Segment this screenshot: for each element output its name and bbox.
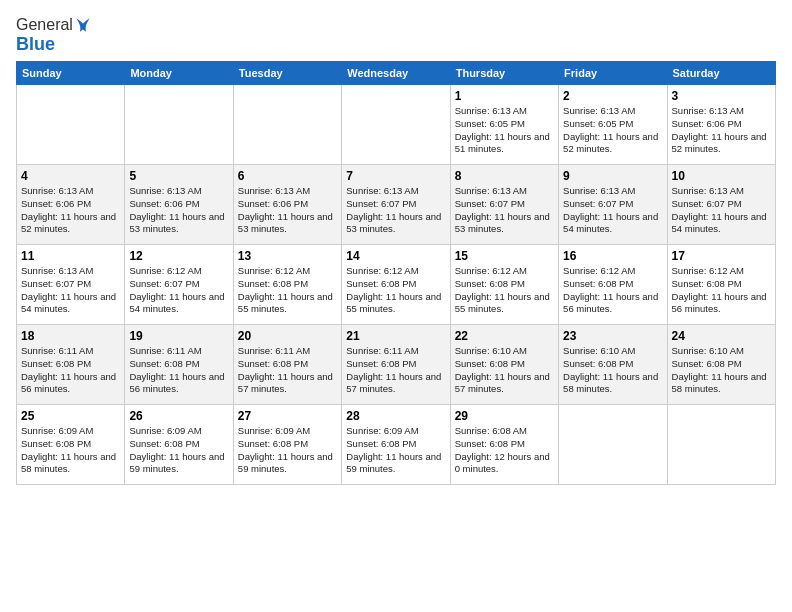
calendar-cell: 3Sunrise: 6:13 AM Sunset: 6:06 PM Daylig… xyxy=(667,85,775,165)
day-info: Sunrise: 6:13 AM Sunset: 6:06 PM Dayligh… xyxy=(238,185,337,236)
logo: General Blue xyxy=(16,16,92,55)
calendar-cell xyxy=(233,85,341,165)
calendar-cell: 18Sunrise: 6:11 AM Sunset: 6:08 PM Dayli… xyxy=(17,325,125,405)
calendar-cell: 22Sunrise: 6:10 AM Sunset: 6:08 PM Dayli… xyxy=(450,325,558,405)
day-info: Sunrise: 6:11 AM Sunset: 6:08 PM Dayligh… xyxy=(21,345,120,396)
calendar-cell xyxy=(125,85,233,165)
calendar-cell: 29Sunrise: 6:08 AM Sunset: 6:08 PM Dayli… xyxy=(450,405,558,485)
day-info: Sunrise: 6:09 AM Sunset: 6:08 PM Dayligh… xyxy=(21,425,120,476)
day-number: 8 xyxy=(455,169,554,183)
day-number: 16 xyxy=(563,249,662,263)
calendar-header-sunday: Sunday xyxy=(17,62,125,85)
calendar-cell: 13Sunrise: 6:12 AM Sunset: 6:08 PM Dayli… xyxy=(233,245,341,325)
calendar-cell: 5Sunrise: 6:13 AM Sunset: 6:06 PM Daylig… xyxy=(125,165,233,245)
day-number: 26 xyxy=(129,409,228,423)
day-info: Sunrise: 6:12 AM Sunset: 6:07 PM Dayligh… xyxy=(129,265,228,316)
calendar-table: SundayMondayTuesdayWednesdayThursdayFrid… xyxy=(16,61,776,485)
day-number: 12 xyxy=(129,249,228,263)
day-number: 20 xyxy=(238,329,337,343)
day-number: 1 xyxy=(455,89,554,103)
calendar-cell: 8Sunrise: 6:13 AM Sunset: 6:07 PM Daylig… xyxy=(450,165,558,245)
calendar-cell: 11Sunrise: 6:13 AM Sunset: 6:07 PM Dayli… xyxy=(17,245,125,325)
calendar-week-row: 18Sunrise: 6:11 AM Sunset: 6:08 PM Dayli… xyxy=(17,325,776,405)
day-info: Sunrise: 6:13 AM Sunset: 6:06 PM Dayligh… xyxy=(672,105,771,156)
day-number: 4 xyxy=(21,169,120,183)
day-info: Sunrise: 6:11 AM Sunset: 6:08 PM Dayligh… xyxy=(129,345,228,396)
day-info: Sunrise: 6:12 AM Sunset: 6:08 PM Dayligh… xyxy=(455,265,554,316)
day-info: Sunrise: 6:09 AM Sunset: 6:08 PM Dayligh… xyxy=(129,425,228,476)
calendar-cell: 1Sunrise: 6:13 AM Sunset: 6:05 PM Daylig… xyxy=(450,85,558,165)
day-info: Sunrise: 6:12 AM Sunset: 6:08 PM Dayligh… xyxy=(238,265,337,316)
calendar-cell: 15Sunrise: 6:12 AM Sunset: 6:08 PM Dayli… xyxy=(450,245,558,325)
calendar-header-thursday: Thursday xyxy=(450,62,558,85)
day-info: Sunrise: 6:10 AM Sunset: 6:08 PM Dayligh… xyxy=(672,345,771,396)
calendar-header-tuesday: Tuesday xyxy=(233,62,341,85)
calendar-cell xyxy=(342,85,450,165)
calendar-header-wednesday: Wednesday xyxy=(342,62,450,85)
day-number: 14 xyxy=(346,249,445,263)
calendar-week-row: 11Sunrise: 6:13 AM Sunset: 6:07 PM Dayli… xyxy=(17,245,776,325)
calendar-cell: 12Sunrise: 6:12 AM Sunset: 6:07 PM Dayli… xyxy=(125,245,233,325)
calendar-cell: 14Sunrise: 6:12 AM Sunset: 6:08 PM Dayli… xyxy=(342,245,450,325)
day-info: Sunrise: 6:11 AM Sunset: 6:08 PM Dayligh… xyxy=(238,345,337,396)
calendar-cell: 2Sunrise: 6:13 AM Sunset: 6:05 PM Daylig… xyxy=(559,85,667,165)
calendar-week-row: 4Sunrise: 6:13 AM Sunset: 6:06 PM Daylig… xyxy=(17,165,776,245)
day-number: 13 xyxy=(238,249,337,263)
day-number: 11 xyxy=(21,249,120,263)
day-number: 24 xyxy=(672,329,771,343)
calendar-cell: 4Sunrise: 6:13 AM Sunset: 6:06 PM Daylig… xyxy=(17,165,125,245)
day-number: 25 xyxy=(21,409,120,423)
day-info: Sunrise: 6:12 AM Sunset: 6:08 PM Dayligh… xyxy=(563,265,662,316)
calendar-cell: 26Sunrise: 6:09 AM Sunset: 6:08 PM Dayli… xyxy=(125,405,233,485)
calendar-cell: 16Sunrise: 6:12 AM Sunset: 6:08 PM Dayli… xyxy=(559,245,667,325)
day-info: Sunrise: 6:13 AM Sunset: 6:05 PM Dayligh… xyxy=(563,105,662,156)
day-info: Sunrise: 6:12 AM Sunset: 6:08 PM Dayligh… xyxy=(346,265,445,316)
calendar-cell: 10Sunrise: 6:13 AM Sunset: 6:07 PM Dayli… xyxy=(667,165,775,245)
day-number: 5 xyxy=(129,169,228,183)
day-number: 15 xyxy=(455,249,554,263)
day-number: 7 xyxy=(346,169,445,183)
day-number: 21 xyxy=(346,329,445,343)
day-info: Sunrise: 6:13 AM Sunset: 6:07 PM Dayligh… xyxy=(672,185,771,236)
calendar-header-saturday: Saturday xyxy=(667,62,775,85)
calendar-cell: 23Sunrise: 6:10 AM Sunset: 6:08 PM Dayli… xyxy=(559,325,667,405)
day-number: 17 xyxy=(672,249,771,263)
calendar-cell xyxy=(559,405,667,485)
calendar-cell: 25Sunrise: 6:09 AM Sunset: 6:08 PM Dayli… xyxy=(17,405,125,485)
calendar-header-friday: Friday xyxy=(559,62,667,85)
day-number: 22 xyxy=(455,329,554,343)
day-info: Sunrise: 6:13 AM Sunset: 6:06 PM Dayligh… xyxy=(129,185,228,236)
day-info: Sunrise: 6:13 AM Sunset: 6:06 PM Dayligh… xyxy=(21,185,120,236)
day-number: 19 xyxy=(129,329,228,343)
day-number: 28 xyxy=(346,409,445,423)
logo-bird-icon xyxy=(74,16,92,34)
calendar-cell: 19Sunrise: 6:11 AM Sunset: 6:08 PM Dayli… xyxy=(125,325,233,405)
logo-general-text: General xyxy=(16,16,73,34)
day-info: Sunrise: 6:10 AM Sunset: 6:08 PM Dayligh… xyxy=(563,345,662,396)
calendar-cell: 7Sunrise: 6:13 AM Sunset: 6:07 PM Daylig… xyxy=(342,165,450,245)
calendar-header-monday: Monday xyxy=(125,62,233,85)
day-number: 2 xyxy=(563,89,662,103)
day-info: Sunrise: 6:11 AM Sunset: 6:08 PM Dayligh… xyxy=(346,345,445,396)
calendar-cell: 9Sunrise: 6:13 AM Sunset: 6:07 PM Daylig… xyxy=(559,165,667,245)
calendar-cell xyxy=(17,85,125,165)
day-info: Sunrise: 6:13 AM Sunset: 6:05 PM Dayligh… xyxy=(455,105,554,156)
calendar-week-row: 1Sunrise: 6:13 AM Sunset: 6:05 PM Daylig… xyxy=(17,85,776,165)
day-info: Sunrise: 6:13 AM Sunset: 6:07 PM Dayligh… xyxy=(563,185,662,236)
day-number: 3 xyxy=(672,89,771,103)
calendar-cell: 24Sunrise: 6:10 AM Sunset: 6:08 PM Dayli… xyxy=(667,325,775,405)
calendar-cell: 6Sunrise: 6:13 AM Sunset: 6:06 PM Daylig… xyxy=(233,165,341,245)
calendar-cell: 20Sunrise: 6:11 AM Sunset: 6:08 PM Dayli… xyxy=(233,325,341,405)
day-info: Sunrise: 6:10 AM Sunset: 6:08 PM Dayligh… xyxy=(455,345,554,396)
day-info: Sunrise: 6:09 AM Sunset: 6:08 PM Dayligh… xyxy=(346,425,445,476)
day-number: 23 xyxy=(563,329,662,343)
calendar-cell: 27Sunrise: 6:09 AM Sunset: 6:08 PM Dayli… xyxy=(233,405,341,485)
day-info: Sunrise: 6:13 AM Sunset: 6:07 PM Dayligh… xyxy=(346,185,445,236)
day-info: Sunrise: 6:08 AM Sunset: 6:08 PM Dayligh… xyxy=(455,425,554,476)
calendar-cell: 17Sunrise: 6:12 AM Sunset: 6:08 PM Dayli… xyxy=(667,245,775,325)
day-info: Sunrise: 6:12 AM Sunset: 6:08 PM Dayligh… xyxy=(672,265,771,316)
calendar-week-row: 25Sunrise: 6:09 AM Sunset: 6:08 PM Dayli… xyxy=(17,405,776,485)
day-number: 27 xyxy=(238,409,337,423)
day-number: 18 xyxy=(21,329,120,343)
day-number: 6 xyxy=(238,169,337,183)
